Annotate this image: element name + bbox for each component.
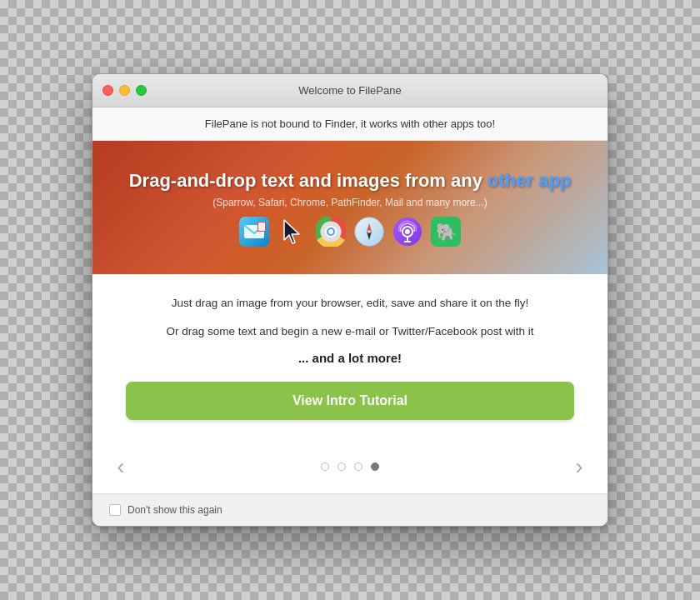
paragraph-1: Just drag an image from your browser, ed… — [126, 294, 574, 312]
view-intro-button[interactable]: View Intro Tutorial — [126, 382, 574, 420]
svg-rect-3 — [258, 222, 265, 231]
next-arrow[interactable]: › — [564, 453, 594, 480]
hero-images-text: images — [337, 170, 400, 191]
subtitle-bar: FilePane is not bound to Finder, it work… — [92, 108, 608, 141]
app-icons-row: 🐘 — [239, 217, 461, 247]
footer: Don't show this again — [92, 493, 608, 526]
dot-1[interactable] — [321, 462, 329, 471]
app-window: Welcome to FilePane FilePane is not boun… — [92, 73, 608, 526]
podcast-app-icon — [392, 217, 422, 247]
svg-marker-4 — [284, 220, 299, 243]
subtitle-text: FilePane is not bound to Finder, it work… — [205, 118, 495, 130]
mail-app-icon — [239, 217, 269, 247]
highlight-text: ... and a lot more! — [126, 351, 574, 365]
paragraph-2: Or drag some text and begin a new e-mail… — [126, 322, 574, 341]
hero-other-app: other app — [488, 170, 571, 191]
svg-text:🐘: 🐘 — [436, 222, 457, 242]
dont-show-checkbox[interactable] — [109, 504, 121, 516]
minimize-button[interactable] — [119, 85, 130, 96]
pagination-dots — [321, 462, 379, 471]
chrome-app-icon — [316, 217, 346, 247]
dot-2[interactable] — [338, 462, 346, 471]
hero-bold-text: Drag-and-drop text — [129, 170, 294, 191]
dot-3[interactable] — [354, 462, 362, 471]
titlebar: Welcome to FilePane — [92, 74, 608, 108]
cursor-icon — [278, 217, 308, 247]
hero-subtitle: (Sparrow, Safari, Chrome, PathFinder, Ma… — [212, 197, 487, 208]
content-area: Just drag an image from your browser, ed… — [92, 274, 608, 446]
close-button[interactable] — [102, 85, 113, 96]
hero-main-text: Drag-and-drop text and images from any o… — [112, 169, 588, 193]
window-title: Welcome to FilePane — [298, 84, 401, 97]
svg-point-18 — [405, 229, 410, 234]
hero-and: and — [299, 170, 337, 191]
dont-show-label: Don't show this again — [128, 504, 222, 516]
hero-from: from any — [405, 170, 488, 191]
traffic-lights — [102, 85, 147, 96]
svg-point-9 — [328, 229, 333, 234]
maximize-button[interactable] — [136, 85, 147, 96]
hero-banner: Drag-and-drop text and images from any o… — [92, 141, 608, 274]
dot-4[interactable] — [371, 462, 379, 471]
navigation-area: ‹ › — [92, 447, 608, 493]
safari-app-icon — [354, 217, 384, 247]
evernote-app-icon: 🐘 — [431, 217, 461, 247]
prev-arrow[interactable]: ‹ — [106, 453, 136, 480]
